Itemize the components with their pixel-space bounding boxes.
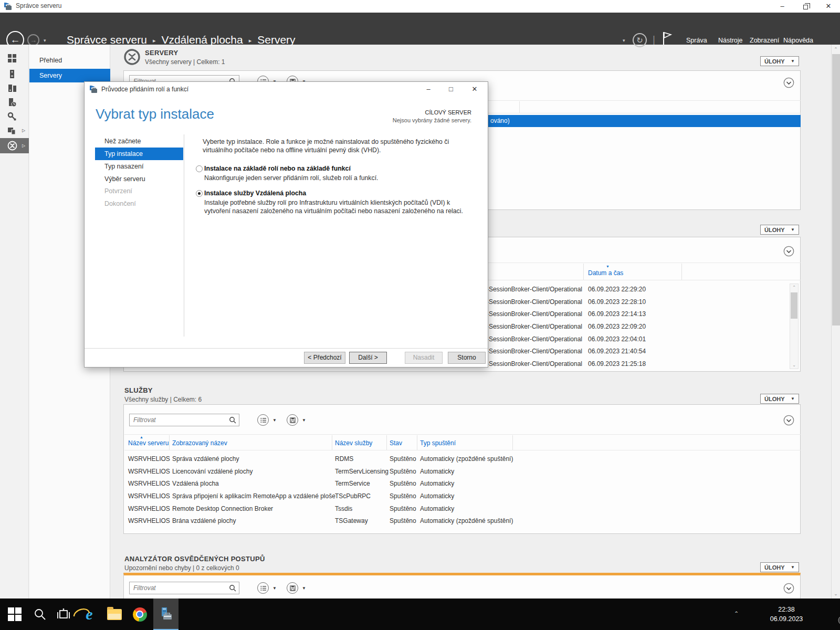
services-column-server[interactable]: Název serveru	[128, 439, 169, 447]
bpa-export-button[interactable]	[287, 582, 298, 594]
events-scrollbar[interactable]: ⌃ ⌄	[790, 284, 799, 369]
wizard-step-installation-type[interactable]: Typ instalace	[95, 148, 183, 160]
rail-item-security[interactable]	[0, 109, 29, 123]
breadcrumb-current: Servery	[257, 34, 295, 46]
expand-arrow-icon[interactable]: ▷	[22, 143, 25, 148]
scroll-up-icon[interactable]: ⌃	[832, 47, 840, 52]
dialog-close-button[interactable]: ✕	[466, 82, 484, 97]
scroll-down-icon[interactable]: ⌄	[832, 591, 840, 596]
servers-collapse-button[interactable]	[783, 77, 794, 88]
service-start-type: Automaticky	[420, 468, 646, 475]
services-filter-input[interactable]	[129, 414, 239, 426]
service-row[interactable]: WSRVHELIOS Licencování vzdálené plochy T…	[124, 466, 801, 478]
tray-expand-icon[interactable]: ⌃	[734, 611, 739, 616]
wizard-step-deployment-type[interactable]: Typ nasazení	[95, 160, 183, 173]
services-column-displayname[interactable]: Zobrazovaný název	[172, 439, 227, 447]
servers-tasks-button[interactable]: ÚLOHY▼	[760, 56, 799, 66]
bpa-view-options-button[interactable]	[257, 582, 269, 594]
next-button[interactable]: Další >	[349, 352, 387, 364]
servers-header-divider	[519, 101, 520, 113]
servers-section-icon	[124, 49, 140, 65]
dialog-maximize-button[interactable]: □	[442, 82, 460, 97]
bpa-collapse-button[interactable]	[783, 583, 794, 594]
service-display-name: Remote Desktop Connection Broker	[172, 505, 333, 512]
taskbar-chrome-button[interactable]	[127, 598, 152, 630]
dialog-titlebar[interactable]: Průvodce přidáním rolí a funkcí – □ ✕	[85, 82, 488, 97]
option-rds-label[interactable]: Instalace služby Vzdálená plocha	[204, 190, 306, 197]
bpa-tasks-button[interactable]: ÚLOHY▼	[760, 562, 799, 572]
services-tasks-button[interactable]: ÚLOHY▼	[760, 394, 799, 404]
services-column-starttype[interactable]: Typ spuštění	[420, 439, 456, 447]
event-datetime: 06.09.2023 22:28:10	[588, 298, 646, 306]
previous-button[interactable]: < Předchozí	[304, 352, 345, 364]
services-collapse-button[interactable]	[783, 415, 794, 426]
menu-zobrazeni[interactable]: Zobrazení	[750, 37, 779, 44]
taskbar-explorer-button[interactable]	[102, 598, 127, 630]
tasks-caret-icon: ▼	[791, 565, 795, 570]
option-role-based-label[interactable]: Instalace na základě rolí nebo na základ…	[204, 165, 351, 172]
services-view-options-button[interactable]	[257, 414, 269, 426]
option-role-based-desc: Nakonfiguruje jeden server přidáním rolí…	[204, 174, 469, 182]
radio-rds-install[interactable]	[196, 190, 203, 197]
service-row[interactable]: WSRVHELIOS Správa připojení k aplikacím …	[124, 490, 801, 503]
service-row[interactable]: WSRVHELIOS Správa vzdálené plochy RDMS S…	[124, 453, 801, 466]
navbar-divider: |	[653, 34, 655, 45]
scroll-up-icon[interactable]: ⌃	[790, 285, 798, 290]
taskbar-ie-button[interactable]: e	[77, 598, 102, 630]
services-export-button[interactable]	[287, 414, 298, 426]
history-dropdown-icon[interactable]: ▾	[44, 38, 46, 43]
taskbar-server-manager-button[interactable]	[153, 598, 178, 630]
refresh-dropdown-icon[interactable]: ▾	[623, 38, 625, 43]
menu-sprava[interactable]: Správa	[686, 37, 707, 44]
window-restore-button[interactable]	[794, 0, 817, 13]
events-scrollbar-thumb[interactable]	[791, 292, 797, 319]
cancel-button[interactable]: Storno	[448, 352, 486, 364]
start-button[interactable]	[2, 598, 27, 630]
rail-item-all-servers[interactable]	[0, 81, 29, 95]
windows-logo-icon	[8, 607, 22, 621]
event-datetime: 06.09.2023 22:29:20	[588, 286, 646, 293]
notifications-flag-icon[interactable]	[662, 32, 673, 45]
rail-item-dashboard[interactable]	[0, 51, 29, 65]
view-options-caret-icon[interactable]: ▼	[272, 586, 277, 591]
wizard-step-server-selection[interactable]: Výběr serveru	[95, 173, 183, 185]
rail-item-file-services[interactable]: ▷	[0, 123, 29, 138]
expand-arrow-icon[interactable]: ▷	[22, 128, 25, 133]
events-tasks-button[interactable]: ÚLOHY▼	[760, 225, 799, 235]
ie-ring-icon	[72, 605, 91, 624]
rail-item-file-storage[interactable]	[0, 95, 29, 109]
services-column-servicename[interactable]: Název služby	[335, 439, 372, 447]
bpa-filter-input[interactable]	[129, 582, 239, 594]
add-roles-wizard-dialog: Průvodce přidáním rolí a funkcí – □ ✕ Vy…	[84, 81, 488, 368]
breadcrumb-middle[interactable]: Vzdálená plocha	[161, 34, 243, 46]
view-options-caret-icon[interactable]: ▼	[272, 418, 277, 423]
taskbar-search-button[interactable]	[27, 598, 52, 630]
sidebar-item-prehled[interactable]: Přehled	[29, 54, 110, 67]
export-caret-icon[interactable]: ▼	[302, 586, 306, 591]
service-row[interactable]: WSRVHELIOS Brána vzdálené plochy TSGatew…	[124, 515, 801, 528]
rail-item-remote-desktop[interactable]: ▷	[0, 138, 29, 153]
scroll-down-icon[interactable]: ⌄	[790, 363, 798, 368]
service-row[interactable]: WSRVHELIOS Vzdálená plocha TermService S…	[124, 478, 801, 490]
service-name: TSGateway	[335, 517, 387, 524]
dialog-minimize-button[interactable]: –	[419, 82, 437, 97]
rail-item-local-server[interactable]	[0, 67, 29, 81]
refresh-button[interactable]: ↻	[633, 33, 647, 47]
export-caret-icon[interactable]: ▼	[302, 418, 306, 423]
wizard-step-before-begin[interactable]: Než začnete	[95, 135, 183, 148]
radio-role-based-install[interactable]	[196, 165, 203, 172]
events-column-datetime[interactable]: Datum a čas	[588, 269, 623, 277]
taskbar: e ⌃ 22:38 06.09.2023	[0, 598, 840, 630]
taskbar-clock[interactable]: 22:38 06.09.2023	[760, 605, 813, 624]
services-column-status[interactable]: Stav	[390, 439, 402, 447]
window-close-button[interactable]: ✕	[817, 0, 840, 13]
events-collapse-button[interactable]	[783, 246, 794, 257]
sidebar-item-servery[interactable]: Servery	[29, 69, 110, 82]
service-row[interactable]: WSRVHELIOS Remote Desktop Connection Bro…	[124, 503, 801, 516]
menu-napoveda[interactable]: Nápověda	[783, 37, 813, 44]
menu-nastroje[interactable]: Nástroje	[718, 37, 743, 44]
window-scrollbar[interactable]: ⌃ ⌄	[831, 45, 840, 598]
window-scrollbar-thumb[interactable]	[832, 54, 840, 326]
window-minimize-button[interactable]: –	[771, 0, 794, 13]
option-rds-desc: Instaluje potřebné služby rolí pro Infra…	[204, 198, 469, 215]
